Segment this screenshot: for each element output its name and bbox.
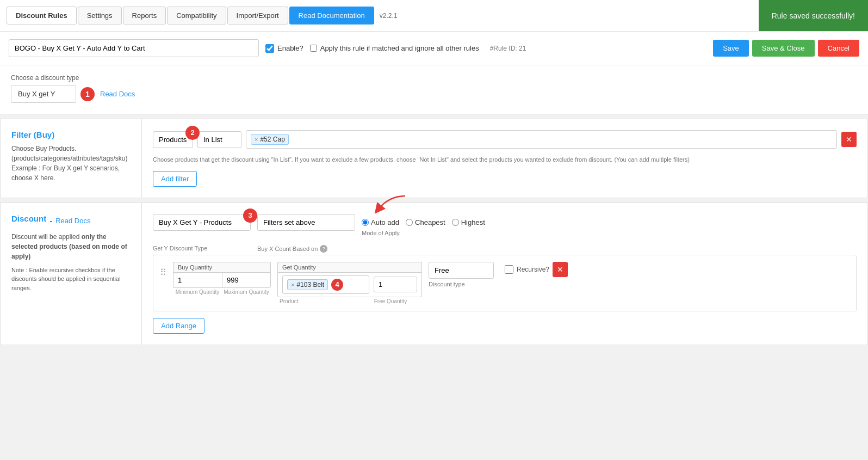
product-tag-item: × #103 Belt: [287, 279, 328, 290]
step-3-circle: 3: [243, 208, 257, 223]
filter-buy-section: Filter (Buy) Choose Buy Products. (produ…: [0, 119, 868, 198]
discount-type-section: Choose a discount type Buy X get Y 1 Rea…: [0, 65, 868, 114]
range-container: ⠿ Buy Quantity Minimum Quantity Maximum …: [153, 255, 857, 311]
nav-tab-settings[interactable]: Settings: [78, 7, 122, 24]
get-y-type-sublabel: Get Y Discount Type: [153, 245, 251, 253]
max-quantity-label: Maximum Quantity: [222, 288, 271, 295]
recursive-group: Recursive? ✕: [505, 262, 568, 277]
add-filter-button[interactable]: Add filter: [153, 171, 197, 187]
version-badge: v2.2.1: [380, 12, 398, 20]
discount-left: Discount - Read Docs Discount will be ap…: [1, 203, 142, 345]
filter-buy-left: Filter (Buy) Choose Buy Products. (produ…: [1, 119, 142, 198]
discount-type-sublabel: Discount type: [429, 281, 494, 287]
mode-auto-add-radio[interactable]: [362, 219, 369, 226]
save-close-button[interactable]: Save & Close: [752, 40, 815, 57]
get-quantity-group: Get Quantity × #103 Belt 4 Product: [277, 262, 422, 304]
discount-note: Note : Enable recursive checkbox if the …: [11, 266, 131, 293]
read-docs-link-discount-type[interactable]: Read Docs: [100, 90, 135, 98]
discount-type-value: Buy X get Y: [11, 85, 76, 103]
buy-x-based-select[interactable]: Filters set above: [257, 214, 355, 231]
header-actions: Save Save & Close Cancel: [713, 40, 859, 57]
rule-id: #Rule ID: 21: [490, 45, 526, 52]
min-quantity-input[interactable]: [173, 272, 222, 288]
mode-auto-add-label[interactable]: Auto add: [362, 218, 399, 226]
mode-cheapest-radio[interactable]: [406, 219, 413, 226]
mode-of-apply-group: Auto add Cheapest Highest: [362, 218, 485, 226]
enable-group: Enable?: [265, 44, 303, 53]
discount-section: Discount - Read Docs Discount will be ap…: [0, 203, 868, 345]
rule-header: Enable? Apply this rule if matched and i…: [0, 32, 868, 65]
get-y-type-select[interactable]: Buy X Get Y - Products: [153, 214, 251, 231]
drag-handle[interactable]: ⠿: [160, 267, 166, 278]
step-4-circle: 4: [331, 279, 343, 291]
save-button[interactable]: Save: [713, 40, 749, 57]
enable-label: Enable?: [277, 44, 303, 52]
arrow-indicator: [373, 193, 416, 215]
mode-cheapest-label[interactable]: Cheapest: [406, 218, 445, 226]
nav-tab-read-documentation[interactable]: Read Documentation: [289, 7, 374, 24]
discount-type-group: Free Discount type: [429, 262, 494, 287]
discount-title: Discount: [11, 214, 46, 223]
top-nav: Discount Rules Settings Reports Compatib…: [0, 0, 868, 32]
discount-desc: Discount will be applied only the select…: [11, 232, 131, 261]
mode-highest-radio[interactable]: [452, 219, 459, 226]
min-quantity-label: Minimum Quantity: [173, 288, 222, 295]
remove-filter-btn[interactable]: ✕: [841, 132, 857, 147]
apply-rule-checkbox[interactable]: [310, 45, 317, 52]
cancel-button[interactable]: Cancel: [818, 40, 859, 57]
enable-checkbox[interactable]: [265, 44, 274, 53]
tag-input-box[interactable]: × #52 Cap: [246, 130, 837, 149]
product-tag-input[interactable]: × #103 Belt 4: [282, 275, 369, 294]
product-label: Product: [277, 297, 364, 304]
discount-right: Buy X Get Y - Products 3 Filters set abo…: [142, 203, 867, 345]
buy-x-count-sublabel: Buy X Count Based on ?: [257, 245, 355, 253]
nav-tab-discount-rules[interactable]: Discount Rules: [7, 7, 77, 24]
info-icon: ?: [320, 245, 327, 253]
add-range-button[interactable]: Add Range: [153, 318, 204, 334]
tag-item-cap: × #52 Cap: [251, 134, 289, 145]
rule-name-input[interactable]: [9, 39, 259, 57]
discount-type-dropdown[interactable]: Free: [429, 262, 494, 279]
step-1-circle: 1: [80, 87, 95, 101]
step-2-circle: 2: [185, 126, 200, 140]
filter-buy-row: Products 2 In List Not In List × #52 Cap…: [153, 130, 857, 149]
free-quantity-input[interactable]: [374, 277, 417, 292]
filter-buy-desc: Choose Buy Products. (products/categorie…: [11, 144, 131, 183]
buy-quantity-group: Buy Quantity Minimum Quantity Maximum Qu…: [173, 262, 271, 295]
filter-condition-select[interactable]: In List Not In List: [197, 131, 241, 148]
filter-note: Choose products that get the discount us…: [153, 155, 857, 164]
product-tag-x[interactable]: ×: [291, 281, 294, 288]
nav-tab-compatibility[interactable]: Compatibility: [167, 7, 226, 24]
discount-read-docs[interactable]: Read Docs: [55, 217, 90, 225]
apply-rule-label: Apply this rule if matched and ignore al…: [320, 44, 479, 52]
filter-buy-right: Products 2 In List Not In List × #52 Cap…: [142, 119, 867, 198]
recursive-label: Recursive?: [517, 266, 549, 273]
saved-banner: Rule saved successfully!: [759, 0, 868, 31]
discount-type-label: Choose a discount type: [11, 74, 857, 82]
remove-range-btn[interactable]: ✕: [553, 262, 568, 277]
filter-buy-title: Filter (Buy): [11, 130, 131, 139]
nav-tab-reports[interactable]: Reports: [123, 7, 166, 24]
nav-tab-import-export[interactable]: Import/Export: [227, 7, 288, 24]
max-quantity-input[interactable]: [222, 272, 271, 288]
free-qty-label: Free Quantity: [369, 297, 412, 304]
apply-rule-group: Apply this rule if matched and ignore al…: [310, 44, 479, 52]
mode-highest-label[interactable]: Highest: [452, 218, 485, 226]
tag-x-cap[interactable]: ×: [255, 136, 258, 143]
mode-of-apply-label: Mode of Apply: [362, 230, 485, 236]
recursive-checkbox[interactable]: [505, 265, 513, 274]
